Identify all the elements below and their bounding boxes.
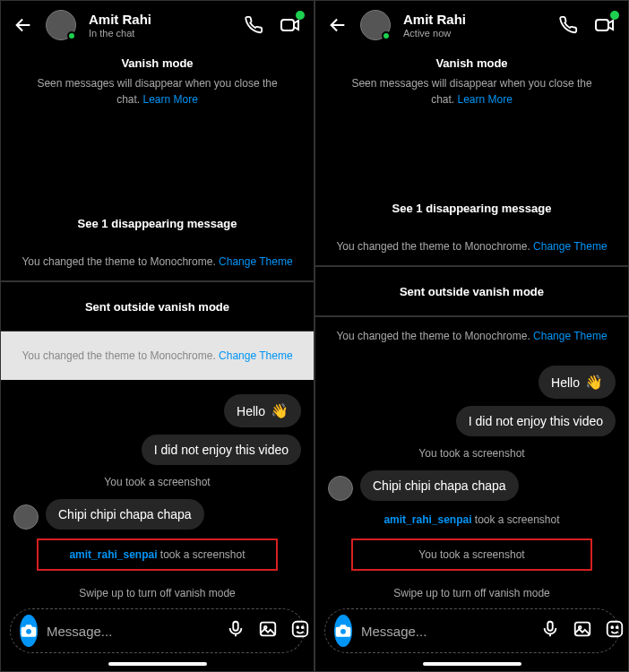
screenshot-user: amit_rahi_senpai <box>383 513 471 526</box>
camera-button[interactable] <box>20 615 38 647</box>
svg-point-14 <box>611 626 613 628</box>
theme-change-notice: You changed the theme to Monochrome. Cha… <box>315 228 628 265</box>
vanish-mode-info: Vanish mode Seen messages will disappear… <box>315 53 628 108</box>
screenshot-by-user: amit_rahi_senpai took a screenshot <box>315 513 628 526</box>
video-call-button[interactable] <box>594 14 616 36</box>
sent-message-bubble[interactable]: Hello 👋 <box>539 366 616 399</box>
change-theme-link[interactable]: Change Theme <box>219 349 293 362</box>
received-message-bubble[interactable]: Chipi chipi chapa chapa <box>46 499 204 530</box>
contact-status: In the chat <box>89 28 231 39</box>
contact-name[interactable]: Amit Rahi <box>403 12 546 27</box>
sent-message-bubble[interactable]: I did not enjoy this video <box>456 406 616 436</box>
video-call-button[interactable] <box>280 14 301 36</box>
contact-status: Active now <box>403 28 546 39</box>
outside-vanish-label: Sent outside vanish mode <box>85 300 229 314</box>
svg-point-1 <box>26 629 31 634</box>
gallery-icon[interactable] <box>258 619 278 642</box>
mic-icon[interactable] <box>540 619 560 642</box>
change-theme-link[interactable]: Change Theme <box>219 255 293 268</box>
message-composer[interactable] <box>324 608 619 653</box>
back-button[interactable] <box>13 15 33 35</box>
avatar[interactable] <box>360 10 391 40</box>
chat-screen-right: Amit Rahi Active now Vanish mode Seen me… <box>314 0 629 672</box>
svg-rect-0 <box>281 20 294 30</box>
vanish-mode-title: Vanish mode <box>28 56 287 70</box>
wave-emoji: 👋 <box>585 374 603 391</box>
chat-content: Vanish mode Seen messages will disappear… <box>315 53 628 671</box>
contact-name[interactable]: Amit Rahi <box>89 12 231 27</box>
call-button[interactable] <box>558 15 578 35</box>
svg-point-9 <box>340 629 346 634</box>
home-indicator <box>423 662 521 666</box>
received-message-bubble[interactable]: Chipi chipi chapa chapa <box>360 470 519 501</box>
sender-avatar[interactable] <box>13 504 39 530</box>
sticker-icon[interactable] <box>605 619 625 642</box>
screenshot-notice: You took a screenshot <box>1 476 314 488</box>
vanish-mode-title: Vanish mode <box>342 56 601 70</box>
presence-indicator <box>382 31 391 40</box>
theme-change-notice: You changed the theme to Monochrome. Cha… <box>315 317 628 355</box>
theme-change-notice: You changed the theme to Monochrome. Cha… <box>1 243 314 280</box>
learn-more-link[interactable]: Learn More <box>457 93 512 106</box>
svg-rect-8 <box>596 20 608 30</box>
screenshot-user: amit_rahi_senpai <box>69 548 157 561</box>
theme-change-notice-highlight: You changed the theme to Monochrome. Cha… <box>1 332 314 380</box>
disappearing-msg-notice[interactable]: See 1 disappearing message <box>315 202 628 215</box>
gallery-icon[interactable] <box>573 619 592 642</box>
sticker-icon[interactable] <box>290 619 310 642</box>
screenshot-notice: You took a screenshot <box>315 447 628 460</box>
back-button[interactable] <box>328 15 348 35</box>
learn-more-link[interactable]: Learn More <box>142 93 197 106</box>
screenshot-alert: amit_rahi_senpai took a screenshot <box>37 538 278 571</box>
chat-screen-left: Amit Rahi In the chat Vanish mode Seen m… <box>0 0 314 672</box>
wave-emoji: 👋 <box>271 402 289 419</box>
swipe-hint: Swipe up to turn off vanish mode <box>315 587 628 599</box>
call-button[interactable] <box>244 15 263 35</box>
presence-indicator <box>67 31 76 40</box>
disappearing-msg-notice[interactable]: See 1 disappearing message <box>1 217 314 230</box>
outside-vanish-label: Sent outside vanish mode <box>400 285 544 298</box>
message-input[interactable] <box>361 624 531 639</box>
header: Amit Rahi Active now <box>315 1 628 53</box>
sender-avatar[interactable] <box>328 476 353 501</box>
svg-rect-13 <box>607 622 623 637</box>
video-active-indicator <box>296 11 305 20</box>
mic-icon[interactable] <box>226 619 246 642</box>
screenshot-alert: You took a screenshot <box>351 538 592 571</box>
svg-point-6 <box>297 626 298 628</box>
sent-message-bubble[interactable]: I did not enjoy this video <box>142 435 301 465</box>
vanish-mode-info: Vanish mode Seen messages will disappear… <box>1 53 314 108</box>
svg-rect-2 <box>233 622 238 631</box>
swipe-hint: Swipe up to turn off vanish mode <box>1 587 314 599</box>
change-theme-link[interactable]: Change Theme <box>533 240 607 253</box>
home-indicator <box>108 662 207 666</box>
svg-rect-10 <box>547 622 553 631</box>
svg-point-15 <box>616 626 618 628</box>
svg-point-7 <box>302 626 304 628</box>
header: Amit Rahi In the chat <box>1 1 314 53</box>
message-input[interactable] <box>47 624 217 639</box>
svg-rect-5 <box>293 622 308 637</box>
message-composer[interactable] <box>10 608 305 653</box>
chat-content: Vanish mode Seen messages will disappear… <box>1 53 314 671</box>
sent-message-bubble[interactable]: Hello 👋 <box>224 394 301 427</box>
video-active-indicator <box>610 11 619 20</box>
change-theme-link[interactable]: Change Theme <box>533 330 607 342</box>
avatar[interactable] <box>46 10 76 40</box>
camera-button[interactable] <box>334 615 352 647</box>
